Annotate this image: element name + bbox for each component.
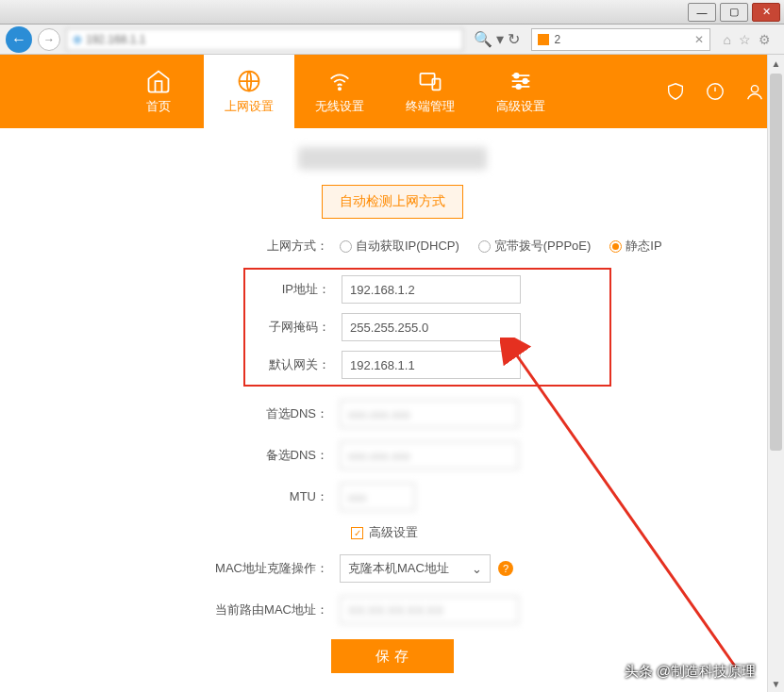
save-button[interactable]: 保 存 <box>331 639 454 673</box>
chevron-down-icon: ⌄ <box>472 562 482 576</box>
svg-point-6 <box>516 85 521 90</box>
nav-wireless[interactable]: 无线设置 <box>294 55 385 128</box>
watermark: 头条 @制造科技原理 <box>625 663 756 681</box>
radio-pppoe[interactable]: 宽带拨号(PPPoE) <box>478 238 592 255</box>
mtu-label: MTU： <box>38 488 340 505</box>
nav-internet-settings[interactable]: 上网设置 <box>204 55 294 128</box>
shield-icon: ⊕ <box>73 33 82 46</box>
dns2-input[interactable] <box>340 441 519 470</box>
nav-home[interactable]: 首页 <box>113 55 204 128</box>
user-icon[interactable] <box>744 81 765 102</box>
current-mac-label: 当前路由MAC地址： <box>38 601 340 618</box>
page-title-blurred <box>298 147 487 170</box>
mask-input[interactable] <box>342 313 521 341</box>
dns1-input[interactable] <box>340 400 519 428</box>
nav-advanced[interactable]: 高级设置 <box>475 55 566 128</box>
home-icon <box>145 68 172 94</box>
tab-close-icon[interactable]: ✕ <box>694 33 704 46</box>
back-button[interactable]: ← <box>6 26 32 53</box>
address-text: 192.168.1.1 <box>86 33 145 46</box>
power-icon[interactable] <box>705 81 726 102</box>
forward-button[interactable]: → <box>38 28 60 51</box>
advanced-checkbox[interactable]: ✓ 高级设置 <box>351 524 746 541</box>
svg-point-8 <box>751 86 758 92</box>
svg-point-1 <box>339 88 341 90</box>
shield-icon[interactable] <box>665 81 686 102</box>
radio-static[interactable]: 静态IP <box>609 238 661 255</box>
current-mac-input[interactable] <box>340 596 519 624</box>
scroll-thumb[interactable] <box>770 74 782 451</box>
method-label: 上网方式： <box>38 238 340 255</box>
close-button[interactable]: ✕ <box>752 3 780 22</box>
browser-toolbar: ← → ⊕ 192.168.1.1 🔍▾↻ 2 ✕ ⌂ ☆ ⚙ <box>0 25 784 55</box>
favicon <box>538 34 549 45</box>
gateway-input[interactable] <box>342 351 521 379</box>
scroll-down-icon[interactable]: ▼ <box>768 675 784 692</box>
minimize-button[interactable]: — <box>688 3 716 22</box>
home-icon[interactable]: ⌂ <box>724 32 731 47</box>
main-nav: 首页 上网设置 无线设置 终端管理 高级设置 <box>0 55 784 128</box>
wifi-icon <box>326 68 353 94</box>
browser-tab[interactable]: 2 ✕ <box>531 28 710 51</box>
globe-icon <box>236 68 262 94</box>
nav-terminal[interactable]: 终端管理 <box>385 55 475 128</box>
ip-label: IP地址： <box>255 281 342 298</box>
gateway-label: 默认网关： <box>255 356 342 373</box>
dns1-label: 首选DNS： <box>38 405 340 422</box>
sliders-icon <box>508 68 534 94</box>
ip-input[interactable] <box>342 275 521 304</box>
maximize-button[interactable]: ▢ <box>720 3 748 22</box>
radio-dhcp[interactable]: 自动获取IP(DHCP) <box>340 238 459 255</box>
mask-label: 子网掩码： <box>255 319 342 336</box>
highlight-box: IP地址： 子网掩码： 默认网关： <box>243 268 611 387</box>
svg-point-5 <box>523 79 527 84</box>
refresh-controls[interactable]: 🔍▾↻ <box>469 30 525 48</box>
scrollbar[interactable]: ▲ ▼ <box>767 55 784 692</box>
auto-detect-button[interactable]: 自动检测上网方式 <box>322 185 463 219</box>
help-icon[interactable]: ? <box>498 561 513 576</box>
star-icon[interactable]: ☆ <box>739 32 751 47</box>
devices-icon <box>417 68 443 94</box>
mac-clone-label: MAC地址克隆操作： <box>38 560 340 577</box>
svg-point-4 <box>514 74 519 78</box>
tab-label: 2 <box>555 33 561 46</box>
address-bar[interactable]: ⊕ 192.168.1.1 <box>66 28 463 51</box>
gear-icon[interactable]: ⚙ <box>759 32 771 47</box>
window-titlebar: — ▢ ✕ <box>0 0 784 25</box>
mtu-input[interactable] <box>340 483 415 511</box>
mac-clone-select[interactable]: 克隆本机MAC地址 ⌄ <box>340 554 491 583</box>
dns2-label: 备选DNS： <box>38 447 340 464</box>
scroll-up-icon[interactable]: ▲ <box>768 55 784 72</box>
